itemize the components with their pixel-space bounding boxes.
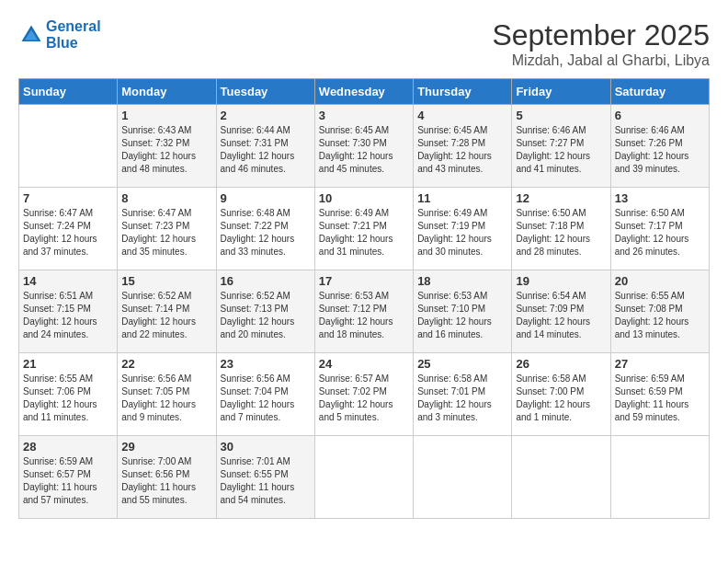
header-saturday: Saturday bbox=[610, 79, 709, 105]
header-sunday: Sunday bbox=[19, 79, 118, 105]
day-number: 6 bbox=[615, 109, 705, 122]
header-row: SundayMondayTuesdayWednesdayThursdayFrid… bbox=[19, 79, 710, 105]
day-number: 16 bbox=[221, 274, 311, 288]
day-cell bbox=[414, 436, 512, 519]
day-info: Sunrise: 6:55 AMSunset: 7:06 PMDaylight:… bbox=[23, 373, 113, 424]
day-cell: 19Sunrise: 6:54 AMSunset: 7:09 PMDayligh… bbox=[512, 270, 610, 353]
week-row-2: 7Sunrise: 6:47 AMSunset: 7:24 PMDaylight… bbox=[19, 188, 710, 270]
day-cell bbox=[19, 105, 118, 188]
day-number: 10 bbox=[319, 191, 409, 205]
day-cell: 20Sunrise: 6:55 AMSunset: 7:08 PMDayligh… bbox=[610, 270, 709, 353]
day-cell: 25Sunrise: 6:58 AMSunset: 7:01 PMDayligh… bbox=[414, 353, 512, 436]
day-info: Sunrise: 6:56 AMSunset: 7:05 PMDaylight:… bbox=[121, 373, 211, 424]
day-number: 2 bbox=[221, 109, 311, 122]
day-number: 14 bbox=[23, 274, 113, 288]
day-cell: 21Sunrise: 6:55 AMSunset: 7:06 PMDayligh… bbox=[19, 353, 118, 436]
day-number: 25 bbox=[417, 357, 507, 371]
day-number: 12 bbox=[516, 191, 606, 205]
day-info: Sunrise: 6:55 AMSunset: 7:08 PMDaylight:… bbox=[615, 290, 705, 341]
week-row-5: 28Sunrise: 6:59 AMSunset: 6:57 PMDayligh… bbox=[19, 436, 710, 519]
day-cell: 15Sunrise: 6:52 AMSunset: 7:14 PMDayligh… bbox=[118, 270, 216, 353]
day-cell: 24Sunrise: 6:57 AMSunset: 7:02 PMDayligh… bbox=[314, 353, 413, 436]
logo: General Blue bbox=[18, 18, 101, 52]
day-cell bbox=[314, 436, 413, 519]
day-cell: 30Sunrise: 7:01 AMSunset: 6:55 PMDayligh… bbox=[216, 436, 314, 519]
day-number: 26 bbox=[516, 357, 606, 371]
day-number: 29 bbox=[121, 440, 211, 454]
day-number: 11 bbox=[417, 191, 507, 205]
day-cell: 3Sunrise: 6:45 AMSunset: 7:30 PMDaylight… bbox=[314, 105, 413, 188]
day-info: Sunrise: 6:53 AMSunset: 7:10 PMDaylight:… bbox=[417, 290, 507, 341]
day-number: 20 bbox=[615, 274, 705, 288]
day-number: 7 bbox=[23, 191, 113, 205]
header-thursday: Thursday bbox=[414, 79, 512, 105]
day-cell: 11Sunrise: 6:49 AMSunset: 7:19 PMDayligh… bbox=[414, 188, 512, 270]
day-info: Sunrise: 6:44 AMSunset: 7:31 PMDaylight:… bbox=[221, 124, 311, 176]
day-info: Sunrise: 6:43 AMSunset: 7:32 PMDaylight:… bbox=[121, 124, 211, 176]
week-row-1: 1Sunrise: 6:43 AMSunset: 7:32 PMDaylight… bbox=[19, 105, 710, 188]
day-info: Sunrise: 6:58 AMSunset: 7:00 PMDaylight:… bbox=[516, 373, 606, 424]
day-cell: 9Sunrise: 6:48 AMSunset: 7:22 PMDaylight… bbox=[216, 188, 314, 270]
day-cell: 28Sunrise: 6:59 AMSunset: 6:57 PMDayligh… bbox=[19, 436, 118, 519]
day-cell: 5Sunrise: 6:46 AMSunset: 7:27 PMDaylight… bbox=[512, 105, 610, 188]
header-wednesday: Wednesday bbox=[314, 79, 413, 105]
week-row-4: 21Sunrise: 6:55 AMSunset: 7:06 PMDayligh… bbox=[19, 353, 710, 436]
day-number: 3 bbox=[319, 109, 409, 122]
logo-general: General bbox=[46, 18, 101, 35]
day-number: 9 bbox=[221, 191, 311, 205]
month-title: September 2025 bbox=[492, 18, 710, 52]
day-info: Sunrise: 6:59 AMSunset: 6:57 PMDaylight:… bbox=[23, 455, 113, 507]
day-number: 21 bbox=[23, 357, 113, 371]
day-info: Sunrise: 6:46 AMSunset: 7:27 PMDaylight:… bbox=[516, 124, 606, 176]
header-friday: Friday bbox=[512, 79, 610, 105]
day-cell: 18Sunrise: 6:53 AMSunset: 7:10 PMDayligh… bbox=[414, 270, 512, 353]
day-info: Sunrise: 6:52 AMSunset: 7:14 PMDaylight:… bbox=[121, 290, 211, 341]
day-number: 30 bbox=[221, 440, 311, 454]
day-info: Sunrise: 6:54 AMSunset: 7:09 PMDaylight:… bbox=[516, 290, 606, 341]
day-info: Sunrise: 6:59 AMSunset: 6:59 PMDaylight:… bbox=[615, 373, 705, 424]
week-row-3: 14Sunrise: 6:51 AMSunset: 7:15 PMDayligh… bbox=[19, 270, 710, 353]
day-info: Sunrise: 7:00 AMSunset: 6:56 PMDaylight:… bbox=[121, 455, 211, 507]
day-cell: 13Sunrise: 6:50 AMSunset: 7:17 PMDayligh… bbox=[610, 188, 709, 270]
day-cell: 12Sunrise: 6:50 AMSunset: 7:18 PMDayligh… bbox=[512, 188, 610, 270]
day-info: Sunrise: 6:45 AMSunset: 7:28 PMDaylight:… bbox=[417, 124, 507, 176]
day-number: 13 bbox=[615, 191, 705, 205]
day-number: 27 bbox=[615, 357, 705, 371]
day-cell: 8Sunrise: 6:47 AMSunset: 7:23 PMDaylight… bbox=[118, 188, 216, 270]
day-cell: 29Sunrise: 7:00 AMSunset: 6:56 PMDayligh… bbox=[118, 436, 216, 519]
location-title: Mizdah, Jabal al Gharbi, Libya bbox=[492, 52, 710, 69]
day-number: 8 bbox=[121, 191, 211, 205]
day-info: Sunrise: 6:52 AMSunset: 7:13 PMDaylight:… bbox=[221, 290, 311, 341]
day-info: Sunrise: 6:50 AMSunset: 7:17 PMDaylight:… bbox=[615, 207, 705, 259]
day-cell bbox=[512, 436, 610, 519]
header-monday: Monday bbox=[118, 79, 216, 105]
day-info: Sunrise: 6:58 AMSunset: 7:01 PMDaylight:… bbox=[417, 373, 507, 424]
day-cell: 16Sunrise: 6:52 AMSunset: 7:13 PMDayligh… bbox=[216, 270, 314, 353]
day-number: 1 bbox=[121, 109, 211, 122]
calendar-table: SundayMondayTuesdayWednesdayThursdayFrid… bbox=[18, 78, 710, 519]
day-number: 4 bbox=[417, 109, 507, 122]
day-number: 17 bbox=[319, 274, 409, 288]
day-cell: 26Sunrise: 6:58 AMSunset: 7:00 PMDayligh… bbox=[512, 353, 610, 436]
day-number: 24 bbox=[319, 357, 409, 371]
day-info: Sunrise: 6:49 AMSunset: 7:19 PMDaylight:… bbox=[417, 207, 507, 259]
day-info: Sunrise: 6:47 AMSunset: 7:24 PMDaylight:… bbox=[23, 207, 113, 259]
day-cell: 17Sunrise: 6:53 AMSunset: 7:12 PMDayligh… bbox=[314, 270, 413, 353]
page-header: General Blue September 2025 Mizdah, Jaba… bbox=[18, 18, 710, 69]
day-info: Sunrise: 6:49 AMSunset: 7:21 PMDaylight:… bbox=[319, 207, 409, 259]
day-number: 5 bbox=[516, 109, 606, 122]
day-cell: 23Sunrise: 6:56 AMSunset: 7:04 PMDayligh… bbox=[216, 353, 314, 436]
day-cell: 27Sunrise: 6:59 AMSunset: 6:59 PMDayligh… bbox=[610, 353, 709, 436]
day-info: Sunrise: 6:57 AMSunset: 7:02 PMDaylight:… bbox=[319, 373, 409, 424]
day-cell bbox=[610, 436, 709, 519]
day-info: Sunrise: 6:56 AMSunset: 7:04 PMDaylight:… bbox=[221, 373, 311, 424]
day-info: Sunrise: 6:48 AMSunset: 7:22 PMDaylight:… bbox=[221, 207, 311, 259]
day-number: 23 bbox=[221, 357, 311, 371]
day-cell: 7Sunrise: 6:47 AMSunset: 7:24 PMDaylight… bbox=[19, 188, 118, 270]
day-number: 15 bbox=[121, 274, 211, 288]
title-block: September 2025 Mizdah, Jabal al Gharbi, … bbox=[492, 18, 710, 69]
day-info: Sunrise: 6:47 AMSunset: 7:23 PMDaylight:… bbox=[121, 207, 211, 259]
day-number: 22 bbox=[121, 357, 211, 371]
day-cell: 1Sunrise: 6:43 AMSunset: 7:32 PMDaylight… bbox=[118, 105, 216, 188]
day-cell: 22Sunrise: 6:56 AMSunset: 7:05 PMDayligh… bbox=[118, 353, 216, 436]
